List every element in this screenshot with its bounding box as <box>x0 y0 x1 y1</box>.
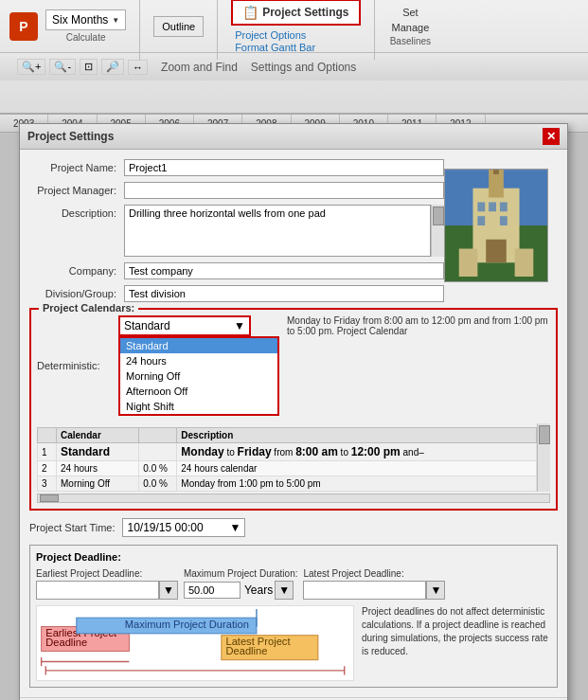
outline-button[interactable]: Outline <box>153 16 204 37</box>
deadline-diagram-svg: Earliest Project Deadline Latest Project… <box>37 606 353 681</box>
zoom-in-button[interactable]: 🔍+ <box>17 59 45 75</box>
zoom-out-button[interactable]: 🔍- <box>49 59 76 75</box>
set-button[interactable]: Set <box>388 6 434 19</box>
row3-desc: Monday from 1:00 pm to 5:00 pm <box>177 476 537 492</box>
earliest-deadline-input[interactable] <box>36 581 159 600</box>
diagram-row: Earliest Project Deadline Latest Project… <box>36 605 551 681</box>
division-input[interactable] <box>124 285 444 302</box>
project-settings-section: 📋 Project Settings Project Options Forma… <box>231 0 360 53</box>
svg-rect-7 <box>500 202 508 211</box>
zoom-fit-button[interactable]: ⊡ <box>80 59 98 75</box>
latest-deadline-dropdown-btn[interactable]: ▼ <box>426 581 445 600</box>
project-settings-dialog: Project Settings ✕ <box>19 123 568 700</box>
zoom-row: 🔍+ 🔍- ⊡ 🔎 ↔ <box>9 57 155 77</box>
zoom-extra-button[interactable]: ↔ <box>128 60 148 75</box>
dialog-title: Project Settings <box>27 130 114 143</box>
project-name-input[interactable] <box>124 159 444 176</box>
row2-name: 24 hours <box>57 461 139 476</box>
ribbon: P Six Months ▼ Calculate Outline 📋 Proje… <box>0 0 588 114</box>
row2-num: 2 <box>38 461 57 476</box>
table-row[interactable]: 1 Standard Monday to Friday from 8:00 am… <box>38 443 537 461</box>
calendar-dropdown-container: Standard ▼ Standard 24 hours Morning Off… <box>118 315 279 416</box>
svg-rect-11 <box>459 249 478 277</box>
calculate-label: Calculate <box>66 32 106 43</box>
start-time-label: Project Start Time: <box>29 522 115 533</box>
form-area: Project Name: Project Manager: Descripti… <box>29 159 558 302</box>
col-calendar-header: Calendar <box>57 428 139 443</box>
division-row: Division/Group: <box>29 285 444 302</box>
earliest-deadline-label: Earliest Project Deadline: <box>36 568 178 579</box>
calendars-content: Deterministic: Standard ▼ Standard 24 ho… <box>37 315 550 420</box>
dialog-body: Project Name: Project Manager: Descripti… <box>20 150 567 697</box>
svg-rect-5 <box>477 202 485 211</box>
set-manage-section: Set Manage Baselines <box>388 6 434 46</box>
start-time-row: Project Start Time: 10/19/15 00:00 ▼ <box>29 518 558 537</box>
format-gantt-link[interactable]: Format Gantt Bar <box>235 42 360 53</box>
ribbon-divider-3 <box>374 0 375 60</box>
table-scrollbar-v[interactable] <box>537 423 550 492</box>
start-time-dropdown-icon: ▼ <box>230 521 241 534</box>
h-scrollbar-thumb <box>40 494 59 502</box>
col-num-header <box>38 428 57 443</box>
calendar-table-scroll: Calendar Description 1 Standard Monday t… <box>37 423 537 492</box>
ribbon-sub-options: Project Options Format Gantt Bar <box>235 29 360 53</box>
row1-desc: Monday to Friday from 8:00 am to 12:00 p… <box>177 443 537 461</box>
manage-button[interactable]: Manage <box>388 21 434 34</box>
project-settings-button[interactable]: 📋 Project Settings <box>231 0 360 26</box>
outline-section: Outline <box>153 16 204 37</box>
col-pct-header <box>139 428 177 443</box>
svg-rect-12 <box>515 249 534 277</box>
company-input[interactable] <box>124 262 444 279</box>
find-button[interactable]: 🔎 <box>101 59 124 75</box>
description-scrollbar[interactable] <box>431 205 444 257</box>
duration-unit-value: Years <box>244 583 273 597</box>
project-manager-row: Project Manager: <box>29 182 444 199</box>
app-icon: P <box>9 12 38 41</box>
calendar-option-standard[interactable]: Standard <box>120 338 277 353</box>
description-row: Description: Drilling three horizontal w… <box>29 205 444 257</box>
calendar-table: Calendar Description 1 Standard Monday t… <box>37 427 537 492</box>
calendar-option-night-shift[interactable]: Night Shift <box>120 399 277 414</box>
dialog-close-button[interactable]: ✕ <box>543 128 560 145</box>
dialog-titlebar: Project Settings ✕ <box>20 124 567 150</box>
earliest-deadline-dropdown-btn[interactable]: ▼ <box>159 581 178 600</box>
calendars-left: Deterministic: Standard ▼ Standard 24 ho… <box>37 315 279 420</box>
deterministic-row: Deterministic: Standard ▼ Standard 24 ho… <box>37 315 279 416</box>
time-period-dropdown[interactable]: Six Months ▼ <box>45 9 126 30</box>
latest-deadline-input[interactable] <box>303 581 426 600</box>
latest-deadline-label: Latest Project Deadline: <box>303 568 445 579</box>
dropdown-arrow-icon: ▼ <box>112 16 119 25</box>
company-label: Company: <box>29 262 124 277</box>
form-fields: Project Name: Project Manager: Descripti… <box>29 159 444 302</box>
ribbon-divider-1 <box>139 0 140 60</box>
deadline-diagram: Earliest Project Deadline Latest Project… <box>36 605 354 681</box>
table-scrollbar-h[interactable] <box>37 494 550 503</box>
svg-rect-9 <box>500 216 508 225</box>
project-settings-icon: 📋 <box>242 5 258 20</box>
project-name-row: Project Name: <box>29 159 444 176</box>
calendar-option-morning-off[interactable]: Morning Off <box>120 368 277 384</box>
project-image-area <box>444 169 548 282</box>
description-input[interactable]: Drilling three horizontal wells from one… <box>124 205 431 257</box>
description-scrollbar-thumb <box>433 206 444 225</box>
svg-rect-10 <box>486 240 507 263</box>
project-options-link[interactable]: Project Options <box>235 29 360 41</box>
start-time-input[interactable]: 10/19/15 00:00 ▼ <box>122 518 245 537</box>
calendar-dropdown[interactable]: Standard ▼ <box>118 315 251 336</box>
calendars-section: Project Calendars: Deterministic: Standa… <box>29 308 558 511</box>
ribbon-divider-2 <box>217 0 218 60</box>
project-image-svg <box>445 170 547 281</box>
max-duration-input[interactable] <box>184 582 241 599</box>
calendar-option-24hours[interactable]: 24 hours <box>120 353 277 368</box>
latest-deadline-field: Latest Project Deadline: ▼ <box>303 568 445 600</box>
svg-text:Deadline: Deadline <box>45 637 87 648</box>
table-row[interactable]: 2 24 hours 0.0 % 24 hours calendar <box>38 461 537 476</box>
table-row[interactable]: 3 Morning Off 0.0 % Monday from 1:00 pm … <box>38 476 537 492</box>
calendar-option-afternoon-off[interactable]: Afternoon Off <box>120 384 277 399</box>
row1-name: Standard <box>57 443 139 461</box>
max-duration-field: Maximum Project Duration: Years ▼ <box>184 568 298 600</box>
table-scrollbar-thumb <box>539 425 550 444</box>
project-name-label: Project Name: <box>29 159 124 173</box>
duration-unit-dropdown-btn[interactable]: ▼ <box>275 581 294 600</box>
project-manager-input[interactable] <box>124 182 444 199</box>
